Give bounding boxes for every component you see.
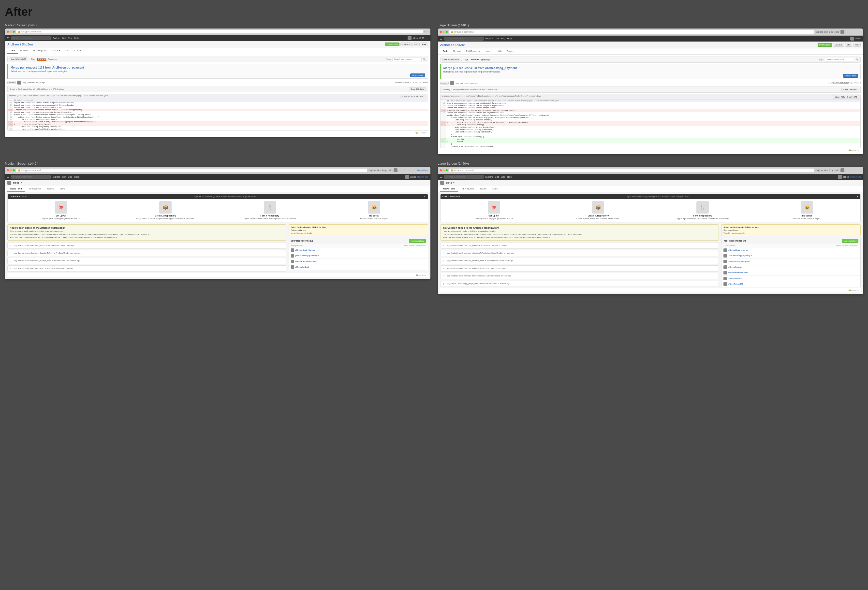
tab-network-1[interactable]: Network: [18, 48, 31, 54]
tab-code-2[interactable]: Code: [440, 49, 451, 54]
branch-select-2[interactable]: dev: 4b7a985b45: [443, 58, 460, 62]
nav-help-2[interactable]: Help: [507, 37, 512, 40]
dash-tab-issues-4[interactable]: Issues: [477, 186, 489, 192]
dash-tab-feed-3[interactable]: News Feed: [7, 186, 25, 192]
search-icon-2[interactable]: 🔍: [856, 59, 858, 61]
user-avatar-3[interactable]: [394, 168, 397, 172]
repo-name-0[interactable]: allbee/github-highrez: [295, 249, 315, 251]
tab-pullreq-1[interactable]: Pull Requests: [31, 48, 50, 54]
author-name-1[interactable]: spg: [23, 81, 26, 84]
search-icon-1[interactable]: 🔍: [423, 58, 426, 60]
blog-3[interactable]: Blog: [382, 169, 387, 171]
dash-tab-issues-3[interactable]: Issues: [44, 186, 57, 192]
help-3[interactable]: Help: [387, 169, 392, 171]
gh-search-2[interactable]: [444, 37, 484, 41]
file-tab-commits-1[interactable]: Commits: [37, 58, 46, 61]
avatar-sm-2[interactable]: [850, 37, 854, 41]
file-tab-files-2[interactable]: Files: [464, 59, 468, 61]
username-2[interactable]: allbee: [845, 31, 851, 33]
new-repo-btn-4[interactable]: New repository: [842, 239, 858, 243]
nav-blog-4[interactable]: Blog: [501, 176, 505, 178]
gist-4[interactable]: Gist: [824, 169, 828, 171]
minimize-dot-4[interactable]: [443, 169, 445, 171]
minimize-dot-3[interactable]: [10, 169, 12, 171]
user-avatar-2[interactable]: [840, 30, 844, 34]
repo-title-1[interactable]: ArcBees / ShoZon: [7, 43, 33, 46]
nav-help-4[interactable]: Help: [507, 176, 512, 178]
search-source-1[interactable]: [392, 57, 422, 61]
lg-repo-name-4[interactable]: steroima/hackquebec: [728, 271, 748, 274]
close-dot-3[interactable]: [7, 169, 9, 171]
news-feed-link-3[interactable]: News Feed: [417, 169, 428, 171]
blog-4[interactable]: Blog: [829, 169, 833, 171]
star-btn-2[interactable]: Star: [845, 43, 852, 47]
notif-link-4[interactable]: View 80 new downloads: [723, 232, 858, 234]
lg-repo-item-5[interactable]: allbee/twitterizer: [722, 276, 861, 281]
all-repos-label-3[interactable]: All Repositories: [291, 245, 303, 246]
lg-repo-item-4[interactable]: steroima/hackquebec: [722, 270, 861, 276]
show-diff-btn-1[interactable]: Show Diff Stats: [409, 87, 426, 91]
nav-explore-2[interactable]: Explore: [486, 37, 493, 40]
maximize-dot[interactable]: [13, 31, 15, 33]
url-bar-3[interactable]: 🔒 Or type a command: [16, 168, 367, 172]
close-dot[interactable]: [7, 31, 9, 33]
repo-name-2[interactable]: allbee/html5-boilerplate: [295, 260, 317, 263]
branch-select-1[interactable]: dev: 4b7a985b45: [10, 57, 27, 61]
bootcamp-close-4[interactable]: ✕: [856, 195, 858, 198]
maximize-dot-2[interactable]: [446, 31, 448, 33]
nav-help-3[interactable]: Help: [74, 176, 79, 178]
nav-explore-3[interactable]: Explore: [53, 176, 60, 178]
merge-title-2[interactable]: Merge pull request #138 from ArcBees/spg…: [443, 66, 858, 70]
repo-title-2[interactable]: ArcBees / ShoZon: [440, 43, 466, 47]
repo-item-2[interactable]: allbee/html5-boilerplate: [289, 259, 428, 264]
nav-gist-1[interactable]: Gist: [62, 37, 66, 39]
dash-tab-pullreq-4[interactable]: Pull Requests: [458, 186, 477, 192]
username-1[interactable]: allbee: [412, 37, 418, 39]
all-repos-label-4[interactable]: All Repositories: [723, 245, 735, 246]
tab-issues-1[interactable]: Issues ▾: [49, 48, 63, 54]
dash-username-3[interactable]: allbee: [13, 181, 19, 184]
lg-repo-item-6[interactable]: allbee/Funky840: [722, 281, 861, 287]
help-4[interactable]: Help: [834, 169, 839, 171]
tab-network-2[interactable]: Network: [450, 49, 464, 54]
news-feed-btn-3[interactable]: News Feed: [417, 176, 428, 178]
file-tab-commits-2[interactable]: Commits: [470, 58, 479, 61]
fork-btn-2[interactable]: Fork: [853, 43, 861, 47]
username-area-3[interactable]: allbee: [410, 176, 416, 178]
tab-wiki-1[interactable]: Wiki: [63, 48, 72, 54]
pull-request-btn-2[interactable]: Pull Request: [818, 43, 832, 47]
lg-repo-name-6[interactable]: allbee/Funky840: [728, 283, 743, 285]
nav-gist-3[interactable]: Gist: [62, 176, 66, 178]
help-icon-2[interactable]: Help: [834, 31, 839, 33]
lg-repo-name-1[interactable]: jackDenner/apg-openify-it: [728, 255, 752, 257]
search-source-2[interactable]: [825, 58, 854, 62]
maximize-dot-4[interactable]: [446, 169, 448, 171]
user-avatar-1[interactable]: [407, 36, 412, 40]
new-repo-btn-3[interactable]: New repository: [409, 239, 425, 243]
username-4[interactable]: allbee: [845, 169, 851, 171]
gist-icon-2[interactable]: Gist: [824, 31, 828, 33]
close-dot-4[interactable]: [440, 169, 442, 171]
avatar-sm-4[interactable]: [838, 175, 842, 179]
lg-repo-item-3[interactable]: allbee/alexbret: [722, 264, 861, 270]
repo-name-1[interactable]: ShoZon: [22, 43, 33, 46]
file-tab-branches-1[interactable]: Branches: [48, 58, 57, 60]
explore-4[interactable]: Explore: [816, 169, 823, 171]
repo-name-3[interactable]: allbee/alexbret: [295, 266, 309, 268]
nav-gist-4[interactable]: Gist: [495, 176, 499, 178]
repo-item-0[interactable]: allbee/github-highrez: [289, 248, 428, 253]
nav-explore-1[interactable]: Explore: [53, 37, 60, 39]
file-tab-branches-2[interactable]: Branches: [481, 59, 490, 61]
dash-tab-stars-4[interactable]: Stars: [489, 186, 500, 192]
repo-owner-1[interactable]: ArcBees: [7, 43, 19, 46]
author-name-2[interactable]: spg: [456, 82, 459, 84]
nav-blog-3[interactable]: Blog: [68, 176, 72, 178]
lg-repo-name-5[interactable]: allbee/twitterizer: [728, 277, 743, 279]
pull-request-btn-1[interactable]: Pull Request: [385, 43, 399, 46]
username-area-4[interactable]: allbee: [843, 176, 849, 178]
url-bar-1[interactable]: 🔒 Or type a command: [16, 30, 423, 33]
lg-repo-name-2[interactable]: allbee/html5-boilerplate: [728, 260, 750, 263]
avatar-sm-3[interactable]: [405, 175, 409, 179]
file-tab-files-1[interactable]: Files: [31, 58, 35, 60]
dash-tab-pullreq-3[interactable]: Pull Requests: [25, 186, 44, 192]
